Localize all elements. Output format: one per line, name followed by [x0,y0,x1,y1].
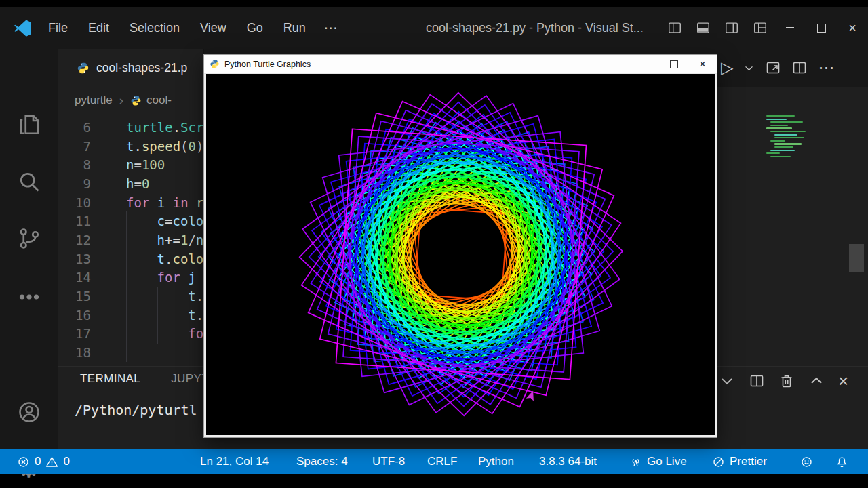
menu-run[interactable]: Run [273,21,316,35]
run-python-file-icon[interactable]: ▷ [721,58,733,77]
feedback-icon[interactable] [800,449,813,474]
menu-file[interactable]: File [38,21,78,35]
run-dropdown-chevron-icon[interactable] [743,62,755,74]
error-count: 0 [35,455,41,468]
minimap-line [766,119,787,120]
indentation-status[interactable]: Spaces: 4 [296,449,348,474]
warning-count: 0 [63,455,69,468]
minimap-line [766,115,795,117]
maximize-panel-chevron-icon[interactable] [808,373,825,389]
python-file-icon [130,95,142,106]
breadcrumb-separator-icon: › [119,93,123,108]
close-button[interactable]: × [837,7,868,49]
menu-go[interactable]: Go [237,21,273,35]
terminal-output[interactable]: /Python/pyturtl [75,402,197,418]
customize-layout-icon[interactable] [753,20,768,35]
line-number[interactable]: 13 [58,251,102,266]
toggle-sidebar-icon[interactable] [667,20,682,35]
minimap-line [766,127,792,129]
encoding-status[interactable]: UTF-8 [372,449,405,474]
prettier-status[interactable]: Prettier [712,449,767,474]
line-number[interactable]: 15 [58,289,102,304]
breadcrumb-file[interactable]: cool- [146,94,172,107]
menu-selection[interactable]: Selection [119,21,190,35]
minimap-line [774,146,793,148]
turtle-window-titlebar[interactable]: Python Turtle Graphics × [204,55,717,74]
language-mode[interactable]: Python [478,449,514,474]
line-number[interactable]: 11 [58,214,102,228]
breadcrumb-folder[interactable]: pyturtle [75,94,113,107]
minimap[interactable] [766,115,841,159]
line-number[interactable]: 10 [58,195,102,210]
line-number[interactable]: 16 [58,308,102,323]
line-number[interactable]: 6 [58,120,102,135]
python-app-icon [210,59,220,69]
turtle-maximize-button[interactable] [660,55,688,73]
minimap-line [774,143,802,144]
line-number[interactable]: 7 [58,139,102,154]
vscode-logo-icon [12,18,33,38]
search-icon[interactable] [0,169,58,194]
eol-status[interactable]: CRLF [427,449,457,474]
scrollbar-thumb[interactable] [849,244,864,272]
close-panel-icon[interactable]: × [838,373,848,389]
format-slash-icon [712,455,725,468]
terminal-dropdown-chevron-icon[interactable] [719,373,735,389]
python-interpreter[interactable]: 3.8.3 64-bit [539,449,597,474]
problems-status[interactable]: 0 0 [17,449,70,474]
turtle-canvas [206,74,715,435]
cursor-position[interactable]: Ln 21, Col 14 [200,449,269,474]
minimap-line [770,125,788,126]
explorer-icon[interactable] [0,113,58,137]
minimap-line [770,121,803,123]
line-number[interactable]: 18 [58,345,102,360]
broadcast-icon [629,455,642,468]
toggle-panel-icon[interactable] [696,20,711,35]
menu-view[interactable]: View [190,21,237,35]
line-number[interactable]: 9 [58,176,102,191]
minimap-line [766,152,780,154]
line-number[interactable]: 8 [58,157,102,172]
go-live-button[interactable]: Go Live [629,449,687,474]
activity-bar: ⚙ [0,49,58,449]
tab-cool-shapes[interactable]: cool-shapes-21.p [58,49,204,87]
line-number[interactable]: 14 [58,270,102,285]
status-bar: 0 0 Ln 21, Col 14 Spaces: 4 UTF-8 CRLF P… [0,449,868,474]
minimap-line [770,131,806,132]
notifications-bell-icon[interactable] [835,449,848,474]
menu-edit[interactable]: Edit [78,21,119,35]
more-actions-icon[interactable] [0,285,58,309]
turtle-close-button[interactable]: × [688,55,717,73]
maximize-button[interactable] [806,7,837,49]
screen: FileEditSelectionViewGoRun ⋯ cool-shapes… [0,0,868,488]
split-editor-icon[interactable] [791,60,808,76]
turtle-minimize-button[interactable] [631,55,660,73]
warning-icon [45,455,58,468]
line-number[interactable]: 12 [58,232,102,247]
turtle-window-title: Python Turtle Graphics [224,60,311,69]
editor-more-actions-icon[interactable]: ⋯ [818,58,834,77]
source-control-icon[interactable] [0,226,58,251]
error-icon [17,455,30,468]
window-title: cool-shapes-21.py - Python - Visual St..… [426,7,677,49]
turtle-graphics-window: Python Turtle Graphics × [203,54,717,438]
split-terminal-icon[interactable] [749,373,765,389]
kill-terminal-trash-icon[interactable] [778,373,795,389]
menubar: FileEditSelectionViewGoRun [38,21,316,35]
tab-terminal[interactable]: TERMINAL [80,372,140,392]
minimize-button[interactable] [774,7,806,49]
titlebar: FileEditSelectionViewGoRun ⋯ cool-shapes… [0,7,868,49]
account-icon[interactable] [0,400,58,424]
open-to-side-icon[interactable] [765,60,781,76]
menu-overflow-icon[interactable]: ⋯ [316,20,346,36]
minimap-line [774,134,797,136]
line-number[interactable]: 17 [58,326,102,341]
minimap-line [770,150,795,151]
minimap-line [770,140,785,142]
minimap-line [774,137,804,138]
minimap-line [770,156,791,157]
python-file-icon [77,62,90,75]
toggle-secondary-sidebar-icon[interactable] [724,20,739,35]
tab-label: cool-shapes-21.p [96,61,187,75]
